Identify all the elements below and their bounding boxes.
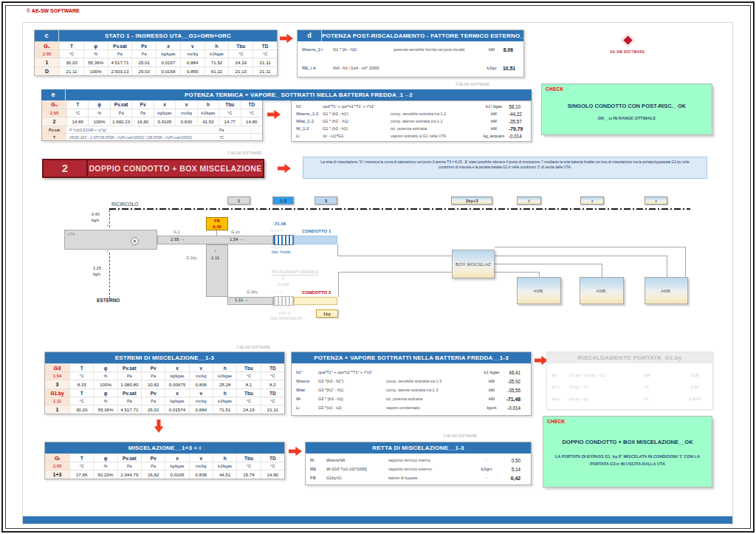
table-letter: d (298, 30, 322, 41)
cell: φ (93, 364, 117, 372)
cell: °C (252, 50, 277, 58)
cell: x (165, 364, 188, 372)
cell: 0,830 (175, 117, 196, 126)
g1by-low-value: 1,11 → (235, 298, 249, 302)
cell: TD (261, 364, 284, 372)
down-arrow-icon: ↓ (214, 247, 217, 253)
cell: W_1-2 (292, 126, 323, 131)
fb-label: FB (207, 218, 227, 224)
cell: W- (292, 397, 318, 401)
g1-value: 2,65 → (171, 237, 185, 242)
fb-value: 0,42 (207, 224, 227, 230)
cell: 8,1 (236, 380, 260, 388)
cell: 25,01 (141, 405, 165, 414)
column-headers: TφPv.satPvxvhTbuTD (69, 389, 284, 397)
value: - (240, 126, 262, 133)
cell: Tbu (236, 364, 260, 372)
formula-row: WsensG3 *(h3 - h1")comp. sensibile sottr… (292, 377, 531, 386)
flow-value: 1,54 (45, 372, 69, 380)
formula-row: T [4030,183 - 2,35*(36,6536 - ln(Pv.sat/… (42, 133, 262, 140)
cell: Wsens_2-i (298, 47, 333, 52)
table-title: RISCALDAMENTO PORTATA_G1.by (547, 352, 712, 363)
cell: RE_i-A (298, 66, 333, 70)
cell: Pa (110, 109, 131, 117)
battery-label: batt. fredda (272, 250, 290, 254)
cell: Pv (141, 364, 165, 372)
table-title: ESTREMI DI MISCELAZIONE__1-3 (45, 352, 284, 363)
cell: ΔT+ (547, 385, 569, 389)
connector-line (337, 256, 452, 256)
cell: 0,839 (189, 470, 213, 479)
cell: h (213, 389, 236, 397)
cell: kg_acqua/s (479, 134, 509, 138)
cell: 25,03 (131, 67, 156, 75)
cell: Pa (117, 372, 141, 380)
cell: 14,80 (241, 117, 262, 126)
cell: tot. potenza sottratta (391, 126, 479, 131)
cell: 0,884 (180, 58, 205, 66)
cell: 0,0157 (156, 58, 180, 66)
cell: v (175, 100, 196, 109)
state-box-3: 3 (315, 196, 337, 205)
cell: 21,11 (252, 67, 277, 75)
cell: 14,80 (66, 117, 88, 126)
cell: °C (69, 462, 93, 470)
cell: % (83, 50, 108, 58)
cell: -0,014 (509, 134, 531, 139)
cell: Δφ+ (547, 397, 569, 401)
cell: °C (645, 385, 677, 389)
row-label: 3 (45, 380, 69, 388)
cell: v (189, 364, 213, 372)
cell: 2.044,79 (117, 470, 141, 479)
cell: - (474, 476, 499, 480)
cell: Pa (117, 397, 141, 405)
cell: % (93, 372, 117, 380)
formula-row: ΔT+T1.by - T1°C0,00 (547, 381, 712, 393)
check-box-2: CHECK DOPPIO CONDOTTO + BOX MISCELAZIONE… (543, 416, 712, 487)
watermark: © AE-SW SOFTWARE (227, 151, 261, 155)
table-row: 1 30,2055,36%4.517,7125,010,015740,88471… (45, 405, 284, 414)
up-arrow-icon: ↑ (106, 249, 109, 254)
row-label: T (42, 134, 66, 140)
cell: kJ/kgas (197, 109, 219, 117)
amb-label: AMB. (534, 289, 545, 293)
cell: 14,80 (261, 470, 284, 479)
cell: 10,51 (503, 66, 523, 71)
cell: 1.682,23 (110, 117, 131, 126)
worksheet-page: © AE-SW SOFTWARE AE-SW SOFTWARE c STATO … (0, 0, 756, 534)
cell: kW (645, 373, 677, 377)
cell: G1 * (h1' - h1) (323, 119, 391, 123)
up-arrows-icon: ↑ ↑ ↑ ↑ (271, 305, 281, 309)
cell: 24,19 (236, 405, 260, 414)
cell: h (213, 454, 236, 462)
note-text: La retta di miscelazione '3-i' interseca… (320, 160, 690, 169)
cell: 24,19 (228, 58, 252, 66)
cell: Wsens (292, 379, 318, 383)
cell: T (69, 454, 93, 462)
cell: v (189, 389, 213, 397)
column-headers: TφPv.satPvxvhTbuTD (59, 42, 277, 49)
formula-row: RiWsens/Wtrapporto termico interno-0,50 (306, 456, 531, 465)
check-label: CHECK (547, 419, 566, 424)
heater-status-label: NON INTERVENUTO (270, 317, 302, 321)
table-retta-miscelazione: RETTA DI MISCELAZIONE__1-3 RiWsens/Wtrap… (305, 442, 532, 485)
cell: 100% (83, 67, 108, 75)
cell: φ (93, 389, 117, 397)
cell: 0,00675 (165, 380, 188, 388)
logo: AE-SW SOFTWARE (604, 32, 651, 54)
cell: W+ (547, 373, 569, 377)
cell: 21,11 (59, 67, 83, 75)
unit: °C (203, 134, 240, 140)
row-label: Pv.sat (42, 126, 66, 133)
cell: x (165, 389, 188, 397)
section-title: DOPPIO CONDOTTO + BOX MISCELAZIONE (88, 160, 263, 177)
cell: comp. latente sottratta tra 1-3 (386, 388, 478, 392)
cell: Pa (131, 50, 156, 58)
uta-label: UTA (67, 232, 75, 236)
state-box-1by: 1by (316, 309, 338, 318)
cell: kg/kgas (154, 109, 175, 117)
cell: °C (66, 109, 88, 117)
cell: x (156, 42, 180, 49)
esterno-line (109, 253, 110, 298)
bypass-factor-box: FB 0,42 (206, 217, 228, 230)
